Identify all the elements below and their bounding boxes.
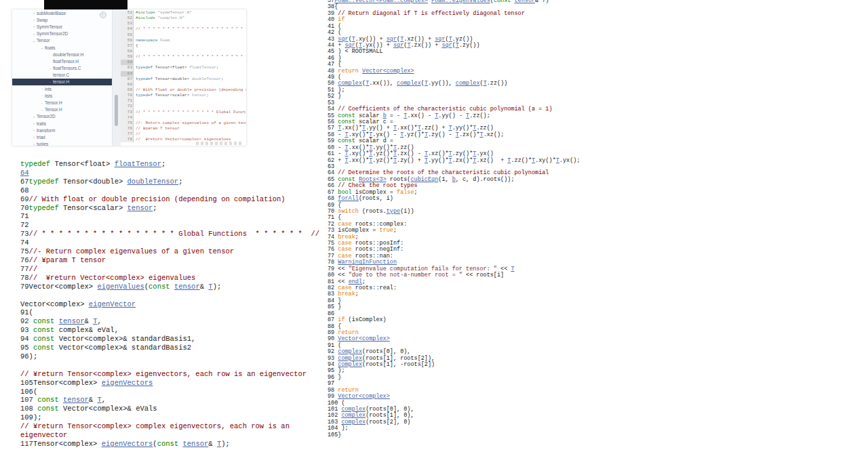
code-text: Vector<complex>& eVals (59, 405, 157, 413)
code-link[interactable]: eigenVector (89, 300, 136, 308)
code-link[interactable]: tensor (183, 440, 209, 448)
code-line: 45 ) < ROOTSMALL (328, 49, 580, 55)
tree-item-tensor-h[interactable]: -tensor.H (12, 79, 112, 85)
editor-line-code: // * * * * * * * * * * * * * * * * * * *… (134, 54, 246, 60)
code-link[interactable]: complex (397, 80, 421, 87)
code-link[interactable]: eigenVectors (102, 440, 153, 448)
line-number: 79 (20, 283, 29, 291)
tree-scrollbar-track (113, 9, 121, 146)
code-link[interactable]: Vector<complex> (338, 335, 390, 342)
code-text: .zz(); (469, 112, 490, 119)
chevron-right-icon[interactable]: - (39, 101, 45, 105)
badge-icon[interactable] (100, 12, 106, 18)
tree-item-floats[interactable]: ⌄floats (12, 44, 112, 51)
code-text: Tensor<complex> (33, 379, 102, 387)
code-link[interactable]: 64 (20, 169, 29, 177)
code-text: & (208, 440, 217, 448)
chevron-right-icon[interactable]: › (31, 135, 37, 139)
code-link[interactable]: tensor (174, 283, 200, 291)
code-link[interactable]: eigenVectors (102, 379, 153, 387)
code-text: const (33, 317, 55, 325)
tree-item-floattensor-h[interactable]: floatTensor.H (12, 58, 112, 64)
tree-item-tuples[interactable]: ›tuples (12, 141, 112, 146)
code-text: typedef (29, 178, 59, 186)
code-text: .zz()* (511, 157, 532, 164)
editor-line: 58 (121, 49, 246, 54)
code-link[interactable]: tensor (127, 204, 153, 212)
tree-item-lists[interactable]: -lists (12, 92, 112, 99)
code-text: const (494, 0, 511, 4)
chevron-right-icon[interactable]: › (31, 121, 37, 125)
code-text: .yz()* (403, 131, 425, 138)
tree-item-tensor-h[interactable]: -Tensor.H (12, 106, 112, 113)
tree-item-floattensors-c[interactable]: -floatTensors.C (12, 65, 112, 72)
code-link[interactable]: doubleTensor (127, 178, 179, 186)
code-link[interactable]: tensor (515, 0, 536, 4)
tree-item-doubletensor-h[interactable]: doubleTensor.H (12, 51, 112, 58)
code-link[interactable]: complex (456, 80, 480, 87)
code-text: // With float or double precision (depen… (29, 195, 285, 203)
code-text: Vector<complex> (29, 283, 98, 291)
code-link[interactable]: Foam::Vector<Foam::complex> (334, 0, 428, 4)
line-number: 117 (20, 440, 33, 448)
line-number: 70 (20, 204, 29, 212)
code-text: & (89, 396, 98, 404)
code-text: .yy() - (438, 112, 466, 119)
tree-item-transform[interactable]: ›transform (12, 127, 112, 133)
tree-item-triad[interactable]: ›triad (12, 133, 112, 140)
chevron-right-icon[interactable]: - (39, 108, 45, 112)
code-link[interactable]: floatTensor (115, 160, 161, 168)
code-link[interactable]: tensor (59, 317, 85, 325)
editor-line: 55 (121, 33, 246, 38)
chevron-right-icon[interactable]: › (31, 24, 37, 28)
chevron-right-icon[interactable]: › (31, 32, 37, 36)
chevron-right-icon[interactable]: › (31, 142, 37, 146)
code-line: eigenvector (20, 431, 313, 440)
tree-item-ints[interactable]: -ints (12, 85, 112, 92)
code-line: 72 (20, 221, 313, 230)
code-link[interactable]: Foam::eigenValues (431, 0, 490, 4)
tree-item-symmtensor2d[interactable]: ›SymmTensor2D (12, 30, 112, 37)
chevron-right-icon[interactable]: › (31, 11, 37, 15)
chevron-right-icon[interactable]: › (31, 115, 37, 119)
code-link[interactable]: sqr (393, 42, 403, 49)
code-line: 78// ¥return Vector<complex> eigenvalues (20, 274, 313, 283)
tree-item-submodelbase[interactable]: ›subModelBase (12, 9, 112, 16)
code-text: .xy()* (535, 157, 556, 164)
code-link[interactable]: Vector<complex> (338, 393, 390, 400)
tree-item-symmtensor[interactable]: ›SymmTensor (12, 23, 112, 30)
chevron-right-icon[interactable]: - (39, 94, 45, 98)
chevron-down-icon[interactable]: ⌄ (39, 45, 45, 49)
code-link[interactable]: sqr (441, 42, 452, 49)
chevron-right-icon[interactable]: › (31, 128, 37, 132)
code-text: Tensor<scalar> (59, 204, 127, 212)
tree-item-tensor[interactable]: ⌄Tensor (12, 37, 112, 44)
code-text: 74 (20, 239, 29, 247)
chevron-right-icon[interactable]: - (47, 80, 53, 84)
tree-item-tensor-h[interactable]: -Tensor.H (12, 99, 112, 106)
tree-item-label: floats (45, 45, 56, 50)
code-text: complex& eVal, (54, 326, 119, 334)
chevron-right-icon[interactable]: - (39, 87, 45, 91)
tree-item-tensor-c[interactable]: tensor.C (12, 72, 112, 79)
code-line: 96); (20, 352, 313, 361)
tree-item-tensor2d[interactable]: ›Tensor2D (12, 113, 112, 120)
code-line: 71 (20, 212, 313, 221)
code-text: // ¥return Tensor<complex> eigenvectors,… (20, 370, 307, 378)
code-text: , c, d).roots()); (456, 176, 515, 183)
cropped-text-fragment (196, 142, 243, 145)
tree-scrollbar-thumb[interactable] (115, 95, 118, 126)
code-line: 68 (20, 186, 313, 195)
tree-item-traits[interactable]: ›traits (12, 120, 112, 127)
chevron-right-icon[interactable]: › (31, 18, 37, 22)
chevron-down-icon[interactable]: ⌄ (31, 39, 37, 43)
code-link[interactable]: T (511, 266, 514, 272)
code-link[interactable]: tensor (63, 396, 89, 404)
code-line: 96 } (328, 375, 580, 381)
code-link[interactable]: eigenValues (97, 283, 144, 291)
tree-item-swap[interactable]: ›Swap (12, 16, 112, 23)
code-link[interactable]: Vector<complex> (362, 68, 414, 75)
chevron-right-icon[interactable]: - (47, 66, 53, 70)
editor-line: 76// ¥param T tensor (121, 126, 246, 131)
code-link[interactable]: type (387, 208, 400, 215)
